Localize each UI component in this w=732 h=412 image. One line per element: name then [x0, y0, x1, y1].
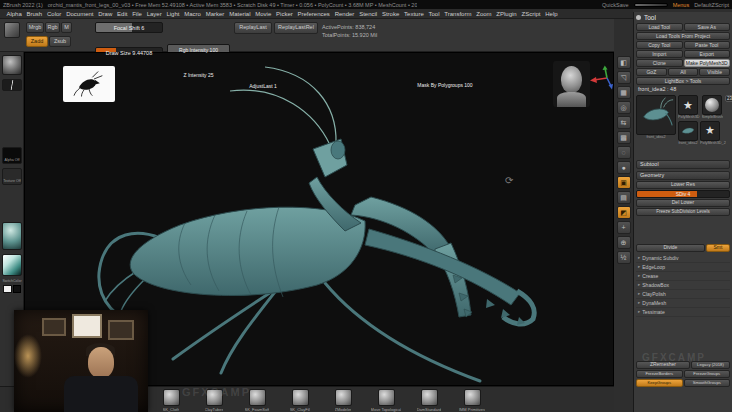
polyframe-icon[interactable]: ▤: [617, 191, 631, 204]
switch-color-button[interactable]: SwitchColor: [0, 279, 24, 283]
menu-item[interactable]: Alpha: [4, 11, 24, 17]
menu-item[interactable]: Texture: [402, 11, 426, 17]
replay-last-button[interactable]: ReplayLast: [234, 22, 272, 34]
freeze-subdivision-levels-button[interactable]: Freeze SubDivision Levels: [636, 208, 730, 216]
brush-item[interactable]: SK_Cloth: [152, 389, 190, 412]
make-polymesh3d-button[interactable]: Make PolyMesh3D: [684, 59, 731, 67]
default-zscript-button[interactable]: DefaultZScript: [694, 2, 729, 8]
freeze-groups-toggle[interactable]: FreezeGroups: [684, 370, 731, 378]
export-button[interactable]: Export: [684, 50, 731, 58]
orientation-gizmo[interactable]: [589, 65, 613, 91]
m-button[interactable]: M: [61, 22, 72, 33]
menu-item[interactable]: File: [130, 11, 144, 17]
menu-item[interactable]: Document: [64, 11, 96, 17]
menu-item[interactable]: Render: [332, 11, 356, 17]
persp-icon[interactable]: ◹: [617, 71, 631, 84]
goz-button[interactable]: GoZ: [636, 68, 667, 76]
menu-item[interactable]: Tool: [426, 11, 442, 17]
bpr-render-icon[interactable]: ◧: [617, 56, 631, 69]
keep-groups-toggle[interactable]: KeepGroups: [636, 379, 683, 387]
freeze-borders-toggle[interactable]: FreezeBorders: [636, 370, 683, 378]
zbrush-logo-icon[interactable]: [4, 22, 20, 38]
main-color-swatch[interactable]: [3, 285, 12, 293]
subsection-header[interactable]: ▸ ClayPolish: [636, 290, 730, 299]
replay-last-rel-button[interactable]: ReplayLastRel: [274, 22, 318, 34]
aa-half-icon[interactable]: ½: [617, 251, 631, 264]
lower-res-button[interactable]: Lower Res: [636, 181, 730, 189]
menu-item[interactable]: ZPlugin: [494, 11, 519, 17]
menu-item[interactable]: Preferences: [295, 11, 332, 17]
zadd-button[interactable]: Zadd: [26, 36, 48, 47]
geometry-section-header[interactable]: Geometry: [636, 171, 730, 180]
menu-item[interactable]: Transform: [442, 11, 474, 17]
secondary-color-swatch[interactable]: [13, 285, 21, 293]
menu-item[interactable]: Edit: [115, 11, 130, 17]
mask-by-polygroups-slider[interactable]: Mask By Polygroups 100: [398, 79, 492, 90]
goz-visible-button[interactable]: Visible: [699, 68, 730, 76]
del-lower-button[interactable]: Del Lower: [636, 199, 730, 207]
z-intensity-slider[interactable]: Z Intensity 25: [167, 69, 230, 80]
menu-item[interactable]: Macro: [182, 11, 203, 17]
zsub-button[interactable]: Zsub: [49, 36, 71, 47]
subtool-section-header[interactable]: Subtool: [636, 160, 730, 169]
load-tools-from-project-button[interactable]: Load Tools From Project: [636, 32, 730, 40]
lsym-icon[interactable]: ⇆: [617, 116, 631, 129]
menu-item[interactable]: Color: [45, 11, 64, 17]
active-tool-thumbnail[interactable]: [636, 95, 676, 135]
current-stroke-thumbnail[interactable]: [2, 79, 22, 91]
menu-item[interactable]: Help: [543, 11, 560, 17]
zoom-icon[interactable]: ⊕: [617, 236, 631, 249]
smt-toggle[interactable]: Smt: [706, 244, 730, 252]
current-material-thumbnail[interactable]: [2, 222, 22, 250]
load-tool-button[interactable]: Load Tool: [636, 23, 683, 31]
polymesh3d-2-thumbnail[interactable]: ★: [700, 121, 720, 141]
local-symmetry-icon[interactable]: ◎: [617, 101, 631, 114]
divide-button[interactable]: Divide: [636, 244, 705, 252]
menu-item[interactable]: Material: [227, 11, 253, 17]
menu-item[interactable]: Zoom: [474, 11, 494, 17]
brush-item[interactable]: SK_ClayFill: [281, 389, 319, 412]
current-alpha-thumbnail[interactable]: Alpha Off: [2, 147, 22, 164]
clone-button[interactable]: Clone: [636, 59, 683, 67]
ghost-icon[interactable]: ◌: [617, 146, 631, 159]
lightbox-tools-button[interactable]: LightBox > Tools: [636, 77, 730, 85]
frame-icon[interactable]: ▣: [617, 176, 631, 189]
color-picker[interactable]: [2, 254, 22, 276]
current-brush-thumbnail[interactable]: [2, 55, 22, 75]
copy-tool-button[interactable]: Copy Tool: [636, 41, 683, 49]
subsection-header[interactable]: ▸ Dynamic Subdiv: [636, 254, 730, 263]
brush-item[interactable]: IMM Primitives: [453, 389, 491, 412]
save-as-button[interactable]: Save As: [684, 23, 731, 31]
subsection-header[interactable]: ▸ EdgeLoop: [636, 263, 730, 272]
brush-item[interactable]: ZModeler: [324, 389, 362, 412]
quicksave-button[interactable]: QuickSave: [602, 2, 629, 8]
menu-item[interactable]: Picker: [274, 11, 295, 17]
floor-grid-icon[interactable]: ▦: [617, 86, 631, 99]
brush-item[interactable]: Move Topological: [367, 389, 405, 412]
menu-item[interactable]: Movie: [253, 11, 274, 17]
brush-item[interactable]: DamStandard: [410, 389, 448, 412]
menu-item[interactable]: Brush: [24, 11, 44, 17]
transp-icon[interactable]: ▩: [617, 131, 631, 144]
focal-shift-slider[interactable]: Focal Shift 6: [95, 22, 163, 33]
menu-item[interactable]: Stencil: [357, 11, 380, 17]
subsection-header[interactable]: ▸ DynaMesh: [636, 299, 730, 308]
tool-panel-header[interactable]: Tool: [636, 12, 730, 22]
see-through-slider[interactable]: [634, 3, 668, 7]
uv-check-icon[interactable]: ◩: [617, 206, 631, 219]
adjust-last-slider[interactable]: AdjustLast 1: [234, 81, 292, 91]
mrgb-button[interactable]: Mrgb: [26, 22, 44, 33]
goz-all-button[interactable]: All: [668, 68, 699, 76]
rgb-button[interactable]: Rgb: [45, 22, 60, 33]
menu-item[interactable]: Light: [164, 11, 182, 17]
legacy-2018-toggle[interactable]: Legacy (2018): [691, 361, 730, 369]
rgb-intensity-slider[interactable]: Rgb Intensity 100: [167, 44, 230, 55]
menu-item[interactable]: Stroke: [380, 11, 402, 17]
zremesher-button[interactable]: ZRemesher: [636, 361, 690, 369]
brush-item[interactable]: SK_FoamSoft: [238, 389, 276, 412]
current-texture-thumbnail[interactable]: Texture Off: [2, 168, 22, 185]
smooth-groups-toggle[interactable]: SmoothGroups: [684, 379, 731, 387]
subsection-header[interactable]: ▸ Tessimate: [636, 308, 730, 317]
import-button[interactable]: Import: [636, 50, 683, 58]
simplebrush-thumbnail[interactable]: [702, 95, 722, 115]
